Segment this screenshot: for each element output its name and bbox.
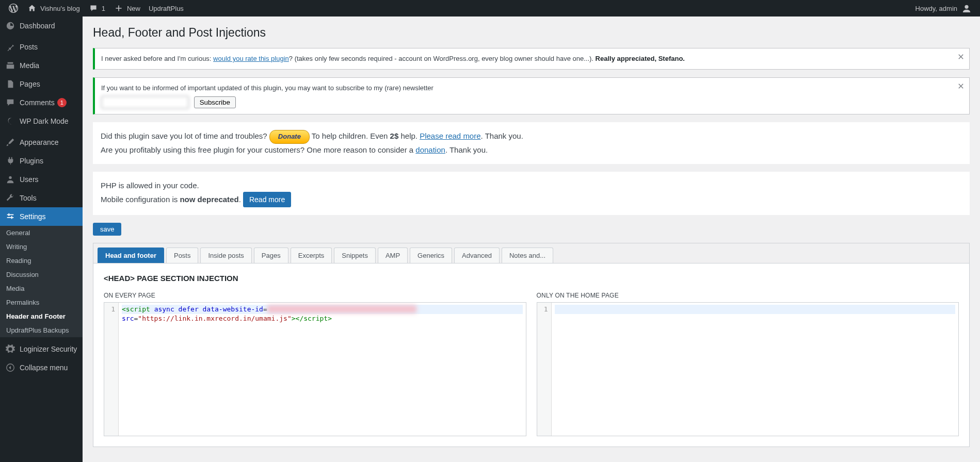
menu-posts[interactable]: Posts bbox=[0, 38, 83, 56]
menu-loginizer[interactable]: Loginizer Security bbox=[0, 340, 83, 358]
submenu-updraft[interactable]: UpdraftPlus Backups bbox=[0, 323, 83, 337]
menu-label: Posts bbox=[20, 43, 38, 51]
donation-link[interactable]: donation bbox=[415, 145, 445, 154]
comment-icon bbox=[5, 97, 15, 108]
donate-post1: To help children. Even bbox=[312, 131, 390, 140]
menu-label: Collapse menu bbox=[20, 364, 68, 372]
rate-plugin-link[interactable]: would you rate this plugin bbox=[213, 55, 289, 62]
user-icon bbox=[961, 3, 972, 13]
tab-amp[interactable]: AMP bbox=[378, 248, 408, 263]
adminbar-left: Vishnu's blog 1 New UpdraftPlus bbox=[4, 0, 188, 16]
menu-label: Tools bbox=[20, 194, 37, 202]
tab-posts[interactable]: Posts bbox=[166, 248, 199, 263]
menu-users[interactable]: Users bbox=[0, 170, 83, 189]
howdy-text: Howdy, admin bbox=[915, 5, 957, 12]
tab-pages[interactable]: Pages bbox=[254, 248, 288, 263]
page-title: Head, Footer and Post Injections bbox=[93, 26, 970, 40]
tab-snippets[interactable]: Snippets bbox=[334, 248, 376, 263]
deprecated-strong: now deprecated bbox=[180, 195, 238, 204]
tab-generics[interactable]: Generics bbox=[410, 248, 452, 263]
menu-settings[interactable]: Settings bbox=[0, 207, 83, 226]
php-allowed-text: PHP is allowed in your code. bbox=[101, 181, 199, 190]
close-icon bbox=[957, 53, 965, 60]
main-content: Head, Footer and Post Injections I never… bbox=[83, 16, 980, 457]
newsletter-text: If you want to be informed of important … bbox=[101, 84, 433, 92]
tab-excerpts[interactable]: Excerpts bbox=[291, 248, 332, 263]
newsletter-notice: If you want to be informed of important … bbox=[93, 77, 970, 115]
menu-label: Media bbox=[20, 61, 39, 70]
donate-box: Did this plugin save you lot of time and… bbox=[93, 122, 970, 164]
menu-label: Users bbox=[20, 175, 39, 184]
site-name-link[interactable]: Vishnu's blog bbox=[23, 0, 84, 16]
close-icon bbox=[957, 82, 965, 90]
menu-plugins[interactable]: Plugins bbox=[0, 152, 83, 170]
menu-appearance[interactable]: Appearance bbox=[0, 133, 83, 152]
home-page-label: ONLY ON THE HOME PAGE bbox=[537, 292, 959, 299]
admin-sidebar: Dashboard Posts Media Pages Comments 1 W… bbox=[0, 16, 83, 457]
comments-link[interactable]: 1 bbox=[84, 0, 109, 16]
tab-inside-posts[interactable]: Inside posts bbox=[200, 248, 251, 263]
menu-label: WP Dark Mode bbox=[20, 117, 69, 125]
user-icon bbox=[5, 174, 15, 185]
new-content-link[interactable]: New bbox=[109, 0, 144, 16]
tab-advanced[interactable]: Advanced bbox=[454, 248, 500, 263]
dismiss-button[interactable] bbox=[956, 81, 966, 91]
menu-dashboard[interactable]: Dashboard bbox=[0, 16, 83, 35]
menu-media[interactable]: Media bbox=[0, 56, 83, 75]
wrench-icon bbox=[5, 193, 15, 203]
submenu-writing[interactable]: Writing bbox=[0, 240, 83, 254]
section-title: <HEAD> PAGE SECTION INJECTION bbox=[104, 274, 959, 283]
donate-post3: . Thank you. bbox=[481, 131, 523, 140]
my-account[interactable]: Howdy, admin bbox=[911, 0, 976, 16]
subscribe-button[interactable]: Subscribe bbox=[194, 96, 236, 108]
wordpress-icon bbox=[8, 3, 19, 13]
media-icon bbox=[5, 60, 15, 71]
tabs-container: Head and footer Posts Inside posts Pages… bbox=[93, 243, 970, 447]
save-button[interactable]: save bbox=[93, 223, 121, 236]
menu-collapse[interactable]: Collapse menu bbox=[0, 358, 83, 377]
submenu-header-footer[interactable]: Header and Footer bbox=[0, 309, 83, 323]
adminbar-right: Howdy, admin bbox=[911, 0, 976, 16]
home-page-code-editor[interactable]: 1 bbox=[537, 302, 959, 436]
pages-icon bbox=[5, 79, 15, 89]
menu-label: Loginizer Security bbox=[20, 345, 77, 353]
submenu-permalinks[interactable]: Permalinks bbox=[0, 295, 83, 309]
menu-tools[interactable]: Tools bbox=[0, 189, 83, 207]
every-page-code-editor[interactable]: 1 <script async defer data-website-id=xx… bbox=[104, 302, 526, 436]
gear-icon bbox=[5, 344, 15, 354]
info-box: PHP is allowed in your code. Mobile conf… bbox=[93, 172, 970, 215]
wp-logo[interactable] bbox=[4, 0, 23, 16]
menu-label: Plugins bbox=[20, 157, 43, 165]
submenu-media[interactable]: Media bbox=[0, 282, 83, 295]
tab-notes[interactable]: Notes and... bbox=[502, 248, 553, 263]
menu-comments[interactable]: Comments 1 bbox=[0, 93, 83, 112]
every-page-column: ON EVERY PAGE 1 <script async defer data… bbox=[104, 292, 526, 436]
code-src: "https://link.in.mxrecord.in/umami.js" bbox=[138, 315, 291, 322]
menu-wp-dark-mode[interactable]: WP Dark Mode bbox=[0, 112, 83, 130]
settings-submenu: General Writing Reading Discussion Media… bbox=[0, 226, 83, 337]
plus-icon bbox=[114, 3, 124, 13]
updraftplus-link[interactable]: UpdraftPlus bbox=[144, 0, 188, 16]
code-content: <script async defer data-website-id=xxxx… bbox=[119, 303, 526, 436]
admin-toolbar: Vishnu's blog 1 New UpdraftPlus Howdy, a… bbox=[0, 0, 980, 16]
submenu-general[interactable]: General bbox=[0, 226, 83, 240]
submenu-reading[interactable]: Reading bbox=[0, 254, 83, 268]
submenu-discussion[interactable]: Discussion bbox=[0, 268, 83, 282]
donate-line2-pre: Are you profitably using this free plugi… bbox=[101, 145, 415, 154]
deprecated-post: . bbox=[239, 195, 243, 204]
menu-pages[interactable]: Pages bbox=[0, 75, 83, 93]
dismiss-button[interactable] bbox=[956, 52, 966, 62]
notice-text-pre: I never asked before and I'm curious: bbox=[101, 55, 213, 62]
please-read-more-link[interactable]: Please read more bbox=[420, 131, 480, 140]
code-content bbox=[552, 303, 959, 436]
read-more-button[interactable]: Read more bbox=[243, 192, 291, 207]
tab-head-footer[interactable]: Head and footer bbox=[98, 248, 164, 263]
donate-button[interactable]: Donate bbox=[269, 130, 310, 144]
deprecated-pre: Mobile configuration is bbox=[101, 195, 180, 204]
newsletter-email-input[interactable] bbox=[101, 96, 189, 109]
home-page-column: ONLY ON THE HOME PAGE 1 bbox=[537, 292, 959, 436]
pin-icon bbox=[5, 42, 15, 52]
site-name: Vishnu's blog bbox=[40, 5, 80, 12]
line-gutter: 1 bbox=[104, 303, 119, 436]
menu-label: Settings bbox=[20, 212, 46, 221]
